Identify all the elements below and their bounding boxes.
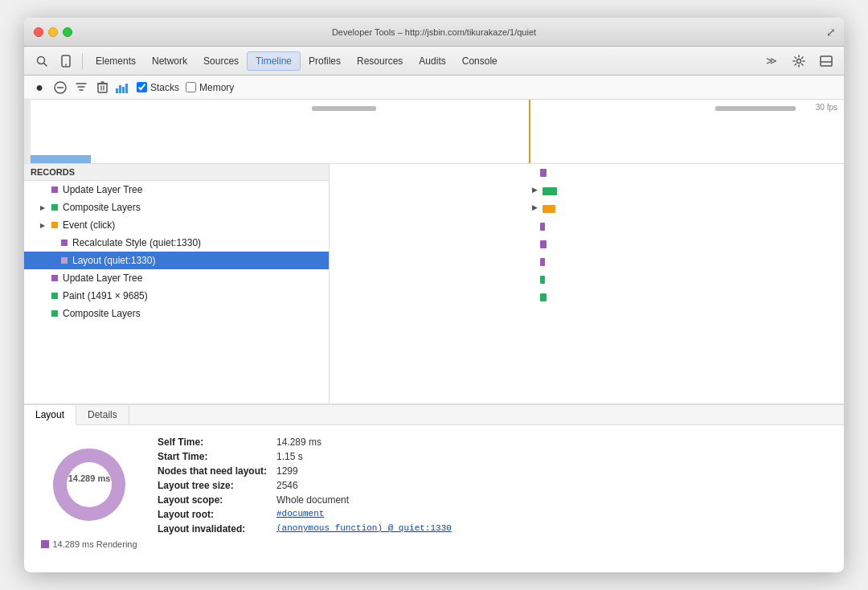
record-color-7 bbox=[51, 310, 58, 317]
records-header: RECORDS bbox=[24, 164, 329, 181]
devtools-window: Developer Tools – http://jsbin.com/tikur… bbox=[24, 18, 844, 572]
record-label-1: Composite Layers bbox=[63, 202, 141, 213]
tab-elements[interactable]: Elements bbox=[88, 52, 144, 70]
bar-0 bbox=[540, 169, 547, 177]
memory-checkbox[interactable] bbox=[186, 82, 196, 92]
bottom-panel: Layout Details 14.289 ms 14.289 ms Rende… bbox=[24, 404, 844, 572]
minimize-button[interactable] bbox=[48, 27, 58, 37]
svg-text:14.289 ms: 14.289 ms bbox=[68, 473, 111, 483]
search-icon[interactable] bbox=[31, 50, 53, 72]
bar-chart-icon[interactable] bbox=[116, 80, 130, 95]
record-color-4 bbox=[61, 257, 68, 264]
resize-icon[interactable]: ⤢ bbox=[826, 26, 836, 39]
root-key: Layout root: bbox=[158, 509, 267, 520]
svg-point-4 bbox=[797, 59, 801, 63]
record-label-5: Update Layer Tree bbox=[63, 272, 142, 284]
tree-size-val: 2546 bbox=[276, 480, 831, 491]
settings-icon[interactable] bbox=[788, 50, 810, 72]
tab-network[interactable]: Network bbox=[144, 52, 195, 70]
tab-audits[interactable]: Audits bbox=[411, 52, 453, 70]
tab-sources[interactable]: Sources bbox=[195, 52, 247, 70]
self-time-key: Self Time: bbox=[158, 436, 267, 448]
tab-layout[interactable]: Layout bbox=[24, 405, 76, 425]
bar-4 bbox=[540, 240, 547, 248]
record-color-0 bbox=[51, 186, 58, 193]
toolbar-right: ≫ bbox=[760, 50, 837, 72]
tab-timeline[interactable]: Timeline bbox=[247, 51, 301, 71]
start-time-val: 1.15 s bbox=[276, 451, 831, 462]
record-row-1[interactable]: ▶ Composite Layers bbox=[24, 199, 329, 216]
svg-rect-13 bbox=[116, 88, 118, 93]
invalidated-container: (anonymous function) @ quiet:1330 bbox=[276, 523, 831, 535]
bar-2 bbox=[542, 205, 555, 213]
tab-resources[interactable]: Resources bbox=[349, 52, 411, 70]
nodes-val: 1299 bbox=[276, 465, 831, 477]
record-color-3 bbox=[61, 240, 68, 246]
record-color-2 bbox=[51, 222, 58, 228]
timeline-blue-bar bbox=[31, 155, 91, 163]
record-label-4: Layout (quiet:1330) bbox=[72, 255, 155, 266]
donut-chart: 14.289 ms bbox=[41, 436, 137, 533]
stacks-label: Stacks bbox=[150, 82, 179, 93]
tab-console[interactable]: Console bbox=[454, 52, 506, 70]
tab-profiles[interactable]: Profiles bbox=[301, 52, 349, 70]
record-row-6[interactable]: Paint (1491 × 9685) bbox=[24, 287, 329, 305]
invalidated-link[interactable]: (anonymous function) @ quiet:1330 bbox=[276, 523, 831, 533]
main-toolbar: Elements Network Sources Timeline Profil… bbox=[24, 47, 844, 76]
tab-details[interactable]: Details bbox=[76, 405, 129, 424]
tree-size-key: Layout tree size: bbox=[158, 480, 267, 491]
svg-point-3 bbox=[65, 64, 67, 65]
maximize-button[interactable] bbox=[63, 27, 72, 37]
details-grid: Self Time: 14.289 ms Start Time: 1.15 s … bbox=[158, 436, 831, 561]
timeline-scroll-indicator bbox=[24, 100, 31, 163]
record-color-6 bbox=[51, 293, 58, 299]
svg-point-18 bbox=[67, 462, 112, 507]
svg-rect-14 bbox=[119, 85, 121, 93]
close-button[interactable] bbox=[34, 27, 43, 37]
clear-button[interactable] bbox=[53, 80, 68, 95]
record-button[interactable]: ● bbox=[32, 80, 47, 95]
record-label-7: Composite Layers bbox=[63, 308, 141, 319]
trash-icon[interactable] bbox=[95, 80, 109, 95]
invalidated-key: Layout invalidated: bbox=[158, 523, 267, 535]
device-icon[interactable] bbox=[55, 50, 77, 72]
memory-label: Memory bbox=[199, 82, 234, 93]
record-row-3[interactable]: Recalculate Style (quiet:1330) bbox=[24, 234, 329, 252]
svg-rect-9 bbox=[98, 84, 107, 92]
timeline-content bbox=[31, 100, 844, 163]
record-label-6: Paint (1491 × 9685) bbox=[63, 290, 148, 301]
records-timeline-inner: ▶ ▶ bbox=[330, 164, 844, 404]
record-row-7[interactable]: Composite Layers bbox=[24, 305, 329, 322]
record-row-4[interactable]: Layout (quiet:1330) bbox=[24, 252, 329, 269]
dock-icon[interactable] bbox=[815, 50, 837, 72]
start-time-key: Start Time: bbox=[158, 451, 267, 462]
memory-checkbox-label[interactable]: Memory bbox=[186, 82, 234, 93]
scope-val: Whole document bbox=[276, 494, 831, 506]
legend-color-box bbox=[41, 540, 49, 548]
record-label-0: Update Layer Tree bbox=[63, 184, 142, 195]
donut-legend: 14.289 ms Rendering bbox=[41, 539, 137, 549]
root-val[interactable]: #document bbox=[276, 509, 831, 520]
record-label-2: Event (click) bbox=[63, 219, 115, 231]
bottom-content: 14.289 ms 14.289 ms Rendering Self Time:… bbox=[24, 425, 844, 572]
timeline-area: 30 fps bbox=[24, 100, 844, 164]
stacks-checkbox-label[interactable]: Stacks bbox=[137, 82, 179, 93]
play-icon-2: ▶ bbox=[532, 203, 538, 211]
title-bar: Developer Tools – http://jsbin.com/tikur… bbox=[24, 18, 844, 47]
nav-tabs: Elements Network Sources Timeline Profil… bbox=[88, 51, 506, 71]
svg-rect-16 bbox=[125, 84, 128, 93]
record-row-0[interactable]: Update Layer Tree bbox=[24, 181, 329, 199]
stacks-checkbox[interactable] bbox=[137, 82, 147, 92]
record-row-5[interactable]: Update Layer Tree bbox=[24, 269, 329, 287]
filter-icon[interactable] bbox=[74, 80, 88, 95]
bar-3 bbox=[540, 223, 545, 231]
record-color-5 bbox=[51, 275, 58, 281]
svg-rect-15 bbox=[122, 87, 125, 93]
toolbar-divider bbox=[82, 53, 83, 69]
window-title: Developer Tools – http://jsbin.com/tikur… bbox=[332, 27, 536, 37]
legend-label: 14.289 ms Rendering bbox=[52, 539, 137, 549]
donut-container: 14.289 ms 14.289 ms Rendering bbox=[37, 436, 141, 561]
records-list: RECORDS Update Layer Tree ▶ Composite La… bbox=[24, 164, 330, 404]
record-row-2[interactable]: ▶ Event (click) bbox=[24, 216, 329, 234]
execute-icon[interactable]: ≫ bbox=[760, 50, 783, 72]
